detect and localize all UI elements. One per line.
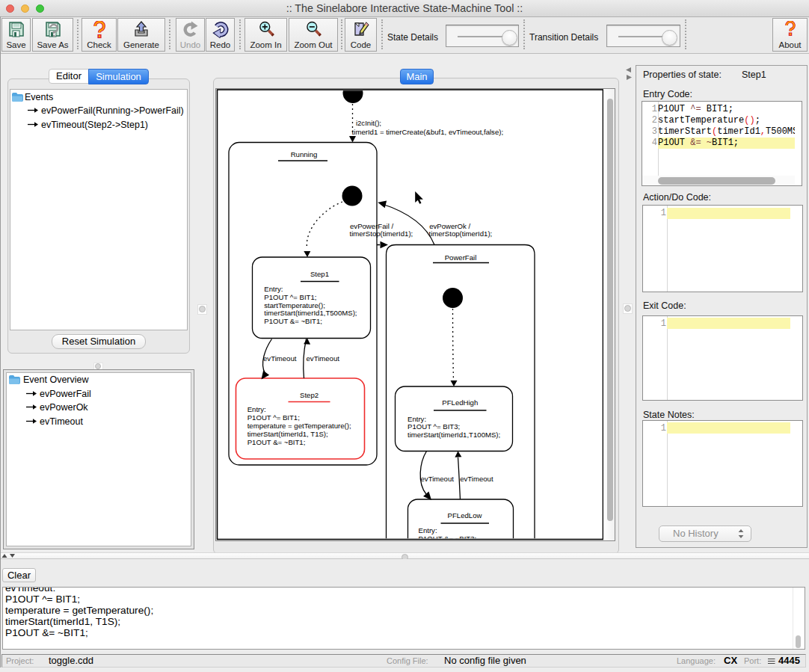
svg-text:timerStop(timerId1);: timerStop(timerId1); bbox=[429, 229, 493, 238]
svg-text:Running: Running bbox=[291, 150, 318, 158]
svg-text:evPowerFail /: evPowerFail / bbox=[350, 222, 393, 230]
svg-text:Entry:: Entry: bbox=[247, 405, 266, 413]
svg-text:timerId1 = timerCreate(&buf1,: timerId1 = timerCreate(&buf1, evTimeout,… bbox=[352, 128, 504, 136]
svg-text:Entry:: Entry: bbox=[264, 285, 283, 293]
svg-text:P1OUT ^= BIT3;: P1OUT ^= BIT3; bbox=[407, 422, 460, 431]
svg-text:P1OUT ^= BIT1;: P1OUT ^= BIT1; bbox=[264, 293, 316, 301]
svg-text:timerStart(timerId1,T500MS);: timerStart(timerId1,T500MS); bbox=[264, 309, 357, 317]
svg-text:evTimeout: evTimeout bbox=[263, 354, 297, 363]
svg-text:startTemperature();: startTemperature(); bbox=[264, 301, 325, 309]
svg-text:PFLedHigh: PFLedHigh bbox=[442, 398, 478, 407]
svg-text:Entry:: Entry: bbox=[419, 526, 437, 534]
svg-text:PowerFail: PowerFail bbox=[445, 253, 477, 262]
svg-text:evTimeout: evTimeout bbox=[307, 354, 340, 363]
svg-text:timerStart(timerId1, T1S);: timerStart(timerId1, T1S); bbox=[247, 430, 328, 438]
svg-text:evPowerOk /: evPowerOk / bbox=[429, 222, 470, 230]
svg-text:evTimeout: evTimeout bbox=[460, 475, 493, 483]
svg-text:Step2: Step2 bbox=[300, 391, 319, 399]
svg-text:timerStop(timerId1);: timerStop(timerId1); bbox=[350, 229, 413, 238]
svg-text:Step1: Step1 bbox=[310, 270, 329, 278]
svg-text:PFLedLow: PFLedLow bbox=[448, 511, 482, 520]
svg-text:i2cInit();: i2cInit(); bbox=[356, 119, 381, 127]
svg-text:P1OUT &= ~BIT1;: P1OUT &= ~BIT1; bbox=[264, 317, 322, 325]
svg-text:Entry:: Entry: bbox=[407, 415, 426, 423]
svg-text:temperature = getTemperature(): temperature = getTemperature(); bbox=[247, 422, 351, 430]
svg-text:P1OUT &= ~BIT1;: P1OUT &= ~BIT1; bbox=[247, 438, 306, 446]
svg-text:evTimeout: evTimeout bbox=[421, 475, 455, 483]
svg-text:timerStart(timerId1,T100MS);: timerStart(timerId1,T100MS); bbox=[407, 431, 500, 439]
svg-text:P1OUT ^= BIT1;: P1OUT ^= BIT1; bbox=[247, 413, 300, 422]
